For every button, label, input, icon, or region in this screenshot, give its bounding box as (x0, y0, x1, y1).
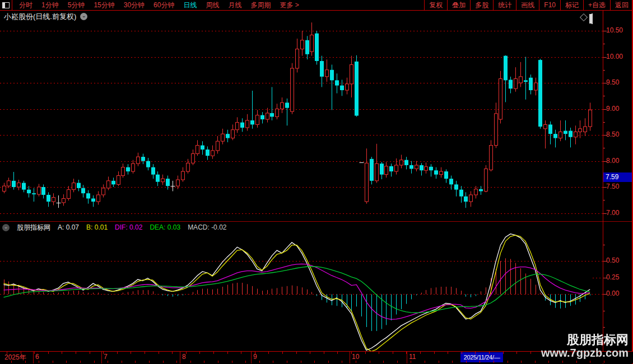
date-tick-bottom (163, 361, 164, 363)
tab-15分钟[interactable]: 15分钟 (94, 1, 114, 10)
date-tick-bottom (273, 361, 273, 363)
tab-30分钟[interactable]: 30分钟 (124, 1, 145, 10)
layout-split-icon (2, 2, 10, 8)
date-tick-bottom (190, 361, 191, 363)
window-layout-button[interactable] (0, 0, 12, 10)
date-tick-bottom (576, 361, 577, 363)
date-tick-bottom (562, 361, 563, 363)
toolbar-button-叠加[interactable]: 叠加 (447, 0, 470, 10)
date-tick (62, 352, 62, 354)
tab-60分钟[interactable]: 60分钟 (153, 1, 174, 10)
date-tick (7, 352, 7, 354)
date-tick-bottom (176, 361, 177, 363)
date-tick-bottom (259, 361, 260, 363)
chevron-down-icon[interactable]: ⌄ (80, 13, 87, 20)
toolbar-button-标记[interactable]: 标记 (560, 0, 583, 10)
date-tick-bottom (218, 361, 218, 363)
price-tick (603, 161, 607, 162)
date-tick (172, 352, 173, 354)
date-tick (379, 352, 379, 354)
date-tick (186, 352, 187, 354)
indicator-field-B: B: 0.01 (86, 223, 108, 231)
date-tick (117, 352, 118, 354)
date-tick-bottom (604, 361, 604, 363)
date-tick-bottom (80, 361, 81, 363)
date-tick-bottom (39, 361, 39, 363)
month-divider (180, 352, 180, 363)
date-tick-bottom (122, 361, 122, 363)
date-tick-bottom (548, 361, 549, 363)
toolbar-button-+自选[interactable]: +自选 (583, 0, 610, 10)
toolbar-button-返回[interactable]: 返回 (610, 0, 633, 10)
date-tick-bottom (25, 361, 26, 363)
date-tick-bottom (452, 361, 453, 363)
date-tick (516, 352, 517, 354)
tab-周线[interactable]: 周线 (206, 1, 219, 10)
date-tick (503, 352, 504, 354)
watermark: 股朋指标网 www.7gpzb.com (541, 333, 629, 360)
tab-日线[interactable]: 日线 (183, 1, 197, 10)
toolbar-button-复权[interactable]: 复权 (424, 0, 447, 10)
chevron-down-circle-icon[interactable]: ⌄ (2, 224, 10, 231)
date-tick-bottom (287, 361, 287, 363)
indicator-chart[interactable] (0, 234, 603, 351)
toolbar-actions: 复权叠加多股统计画线F10标记+自选返回 (424, 0, 633, 10)
date-tick-bottom (590, 361, 590, 363)
date-tick (21, 352, 21, 354)
date-tick (475, 352, 476, 354)
tab-月线[interactable]: 月线 (228, 1, 241, 10)
page-title: 小崧股份(日线.前复权) (0, 12, 76, 22)
date-tick (145, 352, 145, 354)
date-tick-bottom (411, 361, 411, 363)
date-axis[interactable]: 2025年 2025/11/24/— 67891011 (0, 352, 633, 363)
date-tick (213, 352, 214, 354)
date-tick-bottom (94, 361, 95, 363)
last-price-tag: 7.59 (603, 172, 633, 182)
selected-date-tag: 2025/11/24/— (460, 352, 503, 362)
date-tick-bottom (66, 361, 67, 363)
date-tick (76, 352, 76, 354)
price-label-9.00: 9.00 (606, 105, 619, 113)
date-tick (282, 352, 283, 354)
indicator-tick (603, 261, 607, 262)
tab-1分钟[interactable]: 1分钟 (41, 1, 59, 10)
price-label-10.00: 10.00 (606, 53, 623, 60)
month-label-9: 9 (253, 353, 257, 361)
candlestick-chart[interactable] (0, 22, 603, 221)
date-tick-bottom (108, 361, 108, 363)
month-label-6: 6 (35, 353, 39, 361)
date-tick-bottom (314, 361, 315, 363)
date-tick-bottom (232, 361, 232, 363)
tab-5分钟[interactable]: 5分钟 (68, 1, 85, 10)
toolbar-button-画线[interactable]: 画线 (516, 0, 539, 10)
date-tick-bottom (245, 361, 246, 363)
date-tick-bottom (11, 361, 12, 363)
date-tick-bottom (342, 361, 342, 363)
price-label-8.00: 8.00 (606, 157, 619, 165)
indicator-field-A: A: 0.07 (58, 223, 79, 231)
date-tick (34, 352, 35, 354)
price-tick (603, 31, 607, 31)
indicator-label-0.00: 0.00 (606, 290, 619, 297)
date-tick (337, 352, 338, 354)
date-tick (296, 352, 297, 354)
date-tick-bottom (149, 361, 150, 363)
indicator-header: ⌄ 股朋指标网 A: 0.07B: 0.01DIF: 0.02DEA: 0.03… (0, 222, 226, 233)
indicator-tick (603, 294, 607, 295)
price-tick (603, 213, 607, 214)
month-divider (251, 352, 252, 363)
toolbar-button-统计[interactable]: 统计 (493, 0, 516, 10)
tab-分时[interactable]: 分时 (19, 1, 32, 10)
month-divider (33, 352, 34, 363)
toolbar-button-F10[interactable]: F10 (539, 0, 560, 10)
date-tick (268, 352, 269, 354)
period-tabs: 分时1分钟5分钟15分钟30分钟60分钟日线周线月线多周期更多 > (12, 1, 299, 10)
month-label-11: 11 (409, 353, 416, 361)
tab-多周期[interactable]: 多周期 (250, 1, 271, 10)
toolbar-button-多股[interactable]: 多股 (470, 0, 493, 10)
panel-divider (0, 221, 633, 222)
date-tick (365, 352, 366, 354)
month-label-7: 7 (104, 353, 108, 361)
tab-更多 >[interactable]: 更多 > (280, 1, 299, 10)
date-tick (530, 352, 531, 354)
